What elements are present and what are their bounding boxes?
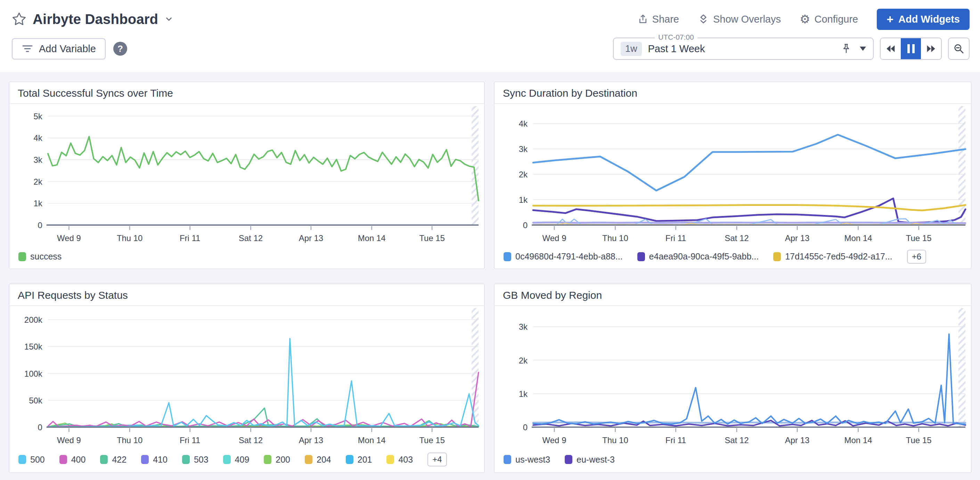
star-icon[interactable] <box>12 12 26 26</box>
legend-more-button[interactable]: +4 <box>428 453 447 466</box>
line-chart-canvas[interactable]: 050k100k150k200kWed 9Thu 10Fri 11Sat 12A… <box>11 306 482 450</box>
legend-item[interactable]: e4aea90a-90ca-49f5-9abb... <box>637 252 759 262</box>
show-overlays-label: Show Overlays <box>713 14 781 25</box>
svg-text:Mon 14: Mon 14 <box>844 435 872 445</box>
legend-label: 17d1455c-7ed5-49d2-a17... <box>785 252 892 262</box>
legend-label: 410 <box>153 454 167 465</box>
widget-api-requests-by-status: API Requests by Status 050k100k150k200kW… <box>9 284 485 473</box>
legend-swatch <box>223 455 231 464</box>
svg-text:Tue 15: Tue 15 <box>419 233 445 243</box>
legend-item[interactable]: eu-west-3 <box>565 454 615 465</box>
gear-icon: ⚙ <box>800 13 810 25</box>
legend-label: 500 <box>30 454 45 465</box>
legend-item[interactable]: 17d1455c-7ed5-49d2-a17... <box>773 252 892 262</box>
chevron-down-icon[interactable] <box>164 14 173 24</box>
widget-gb-moved-by-region: GB Moved by Region 01k2k3kWed 9Thu 10Fri… <box>494 284 972 473</box>
time-range-picker[interactable]: UTC-07:00 1w Past 1 Week <box>613 38 873 60</box>
legend-label: e4aea90a-90ca-49f5-9abb... <box>649 252 759 262</box>
time-playback-controls <box>880 38 942 60</box>
legend-label: 400 <box>71 454 86 465</box>
svg-text:Wed 9: Wed 9 <box>57 435 81 445</box>
svg-text:Mon 14: Mon 14 <box>358 233 386 243</box>
legend-item[interactable]: success <box>18 252 62 262</box>
legend-label: 204 <box>317 454 331 465</box>
legend-item[interactable]: 500 <box>18 454 45 465</box>
dashboard-grid: Total Successful Syncs over Time 01k2k3k… <box>0 72 980 480</box>
rewind-button[interactable] <box>881 38 901 59</box>
rewind-icon <box>886 45 896 53</box>
legend-more-button[interactable]: +6 <box>907 250 926 264</box>
legend-swatch <box>18 252 26 261</box>
zoom-out-button[interactable] <box>948 38 970 60</box>
legend-swatch <box>565 455 572 464</box>
add-widgets-button[interactable]: + Add Widgets <box>877 9 970 30</box>
forward-button[interactable] <box>921 38 941 59</box>
timezone-label: UTC-07:00 <box>655 33 697 41</box>
overlays-icon <box>698 14 709 25</box>
add-widgets-label: Add Widgets <box>898 14 960 25</box>
svg-text:1k: 1k <box>519 389 528 399</box>
legend-item[interactable]: 409 <box>223 454 250 465</box>
svg-text:1k: 1k <box>33 199 42 208</box>
legend-item[interactable]: 403 <box>387 454 413 465</box>
line-chart-canvas[interactable]: 01k2k3k4k5kWed 9Thu 10Fri 11Sat 12Apr 13… <box>11 104 482 247</box>
legend-item[interactable]: 400 <box>59 454 86 465</box>
svg-text:2k: 2k <box>519 170 528 179</box>
caret-down-icon[interactable] <box>860 46 866 51</box>
legend-label: 0c49680d-4791-4ebb-a88... <box>515 252 623 262</box>
legend-item[interactable]: 204 <box>305 454 331 465</box>
svg-text:Fri 11: Fri 11 <box>180 233 200 243</box>
widget-title: Sync Duration by Destination <box>495 82 971 104</box>
svg-text:Apr 13: Apr 13 <box>299 233 323 243</box>
page-title: Airbyte Dashboard <box>33 11 158 27</box>
line-chart-canvas[interactable]: 01k2k3kWed 9Thu 10Fri 11Sat 12Apr 13Mon … <box>496 306 969 450</box>
help-icon[interactable]: ? <box>113 42 127 56</box>
legend-item[interactable]: 0c49680d-4791-4ebb-a88... <box>504 252 623 262</box>
pause-button[interactable] <box>901 38 921 59</box>
legend-item[interactable]: 422 <box>100 454 127 465</box>
legend-label: 409 <box>235 454 250 465</box>
line-chart-canvas[interactable]: 01k2k3k4kWed 9Thu 10Fri 11Sat 12Apr 13Mo… <box>496 104 969 247</box>
svg-text:Fri 11: Fri 11 <box>665 435 686 445</box>
legend-swatch <box>18 455 26 464</box>
svg-text:Apr 13: Apr 13 <box>299 435 323 445</box>
svg-text:2k: 2k <box>33 177 42 187</box>
time-range-label: Past 1 Week <box>648 43 841 54</box>
svg-text:1k: 1k <box>519 195 528 204</box>
svg-text:3k: 3k <box>33 155 42 164</box>
share-label: Share <box>652 14 679 25</box>
legend-swatch <box>305 455 312 464</box>
svg-text:Sat 12: Sat 12 <box>725 233 749 243</box>
legend-item[interactable]: 410 <box>141 454 167 465</box>
time-range-shortcut[interactable]: 1w <box>620 42 642 56</box>
legend-swatch <box>264 455 271 464</box>
legend-swatch <box>387 455 394 464</box>
pin-icon[interactable] <box>841 43 851 54</box>
svg-text:150k: 150k <box>24 342 43 351</box>
svg-text:4k: 4k <box>33 133 42 143</box>
share-button[interactable]: Share <box>638 14 679 25</box>
legend-swatch <box>346 455 353 464</box>
svg-text:Sat 12: Sat 12 <box>239 233 263 243</box>
legend-item[interactable]: 201 <box>346 454 372 465</box>
legend-label: 422 <box>112 454 127 465</box>
add-variable-label: Add Variable <box>39 43 96 54</box>
legend-swatch <box>504 455 511 464</box>
svg-text:Thu 10: Thu 10 <box>602 435 628 445</box>
legend-label: 503 <box>194 454 208 465</box>
legend-item[interactable]: 503 <box>182 454 208 465</box>
svg-text:Sat 12: Sat 12 <box>239 435 263 445</box>
show-overlays-button[interactable]: Show Overlays <box>698 14 781 25</box>
widget-total-successful-syncs: Total Successful Syncs over Time 01k2k3k… <box>9 81 485 269</box>
add-variable-button[interactable]: Add Variable <box>12 38 106 59</box>
svg-text:Thu 10: Thu 10 <box>602 233 628 243</box>
svg-text:3k: 3k <box>519 322 528 332</box>
legend-item[interactable]: us-west3 <box>504 454 550 465</box>
plus-icon: + <box>886 14 894 24</box>
legend-item[interactable]: 200 <box>264 454 290 465</box>
svg-text:Fri 11: Fri 11 <box>665 233 686 243</box>
svg-text:3k: 3k <box>519 144 528 154</box>
configure-button[interactable]: ⚙ Configure <box>800 13 858 25</box>
fast-forward-icon <box>926 45 936 53</box>
svg-text:4k: 4k <box>519 119 528 128</box>
